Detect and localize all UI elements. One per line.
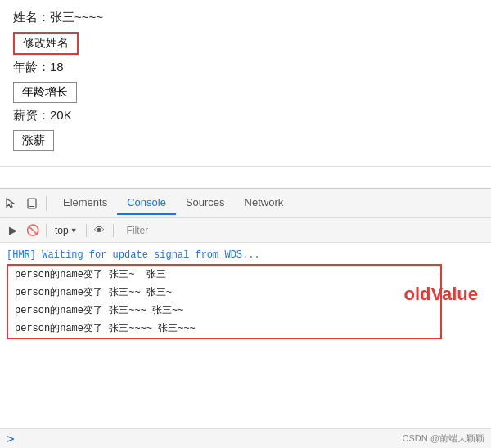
devtools-icon-group xyxy=(3,196,47,211)
console-line-2: person的name变了 张三~~ 张三~ xyxy=(8,284,440,302)
age-display: 年龄：18 xyxy=(13,60,478,75)
tab-sources[interactable]: Sources xyxy=(176,191,235,215)
eye-icon[interactable]: 👁 xyxy=(92,222,108,239)
console-line-4: person的name变了 张三~~~~ 张三~~~ xyxy=(8,320,440,338)
console-output: [HMR] Waiting for update signal from WDS… xyxy=(0,243,491,423)
toolbar-divider-2 xyxy=(86,224,87,237)
modify-name-button[interactable]: 修改姓名 xyxy=(13,32,79,55)
brand-label: CSDN @前端大颖颖 xyxy=(403,432,484,445)
run-icon[interactable]: ▶ xyxy=(5,222,21,239)
devtools-bottom-bar: > CSDN @前端大颖颖 xyxy=(0,428,491,448)
device-icon[interactable] xyxy=(25,196,39,211)
devtools-panel: Elements Console Sources Network ▶ 🚫 top… xyxy=(0,188,491,423)
console-prompt[interactable]: > xyxy=(7,431,15,446)
tab-elements[interactable]: Elements xyxy=(53,191,117,215)
console-line-3: person的name变了 张三~~~ 张三~~ xyxy=(8,302,440,320)
tab-network[interactable]: Network xyxy=(235,191,294,215)
filter-label: Filter xyxy=(122,224,154,237)
console-log-group: person的name变了 张三~ 张三 person的name变了 张三~~ … xyxy=(7,264,442,339)
age-increase-button[interactable]: 年龄增长 xyxy=(13,82,77,103)
salary-increase-button[interactable]: 涨薪 xyxy=(13,130,54,151)
console-line-hmr: [HMR] Waiting for update signal from WDS… xyxy=(0,246,491,264)
oldvalue-annotation: oldValue xyxy=(404,284,478,305)
tab-console[interactable]: Console xyxy=(117,191,176,215)
app-area: 姓名：张三~~~~ 修改姓名 年龄：18 年龄增长 薪资：20K 涨薪 xyxy=(0,0,491,167)
svg-rect-1 xyxy=(29,206,34,207)
console-line-1: person的name变了 张三~ 张三 xyxy=(8,266,440,284)
context-selector[interactable]: top ▼ xyxy=(52,223,81,238)
clear-icon[interactable]: 🚫 xyxy=(25,222,41,239)
inspect-icon[interactable] xyxy=(3,196,18,211)
context-dropdown-arrow: ▼ xyxy=(70,226,78,235)
toolbar-divider-3 xyxy=(113,224,114,237)
name-display: 姓名：张三~~~~ xyxy=(13,10,478,25)
toolbar-divider-1 xyxy=(46,224,47,237)
svg-rect-0 xyxy=(28,199,36,208)
salary-display: 薪资：20K xyxy=(13,108,478,123)
console-toolbar: ▶ 🚫 top ▼ 👁 Filter xyxy=(0,218,491,243)
devtools-tabbar: Elements Console Sources Network xyxy=(0,189,491,218)
